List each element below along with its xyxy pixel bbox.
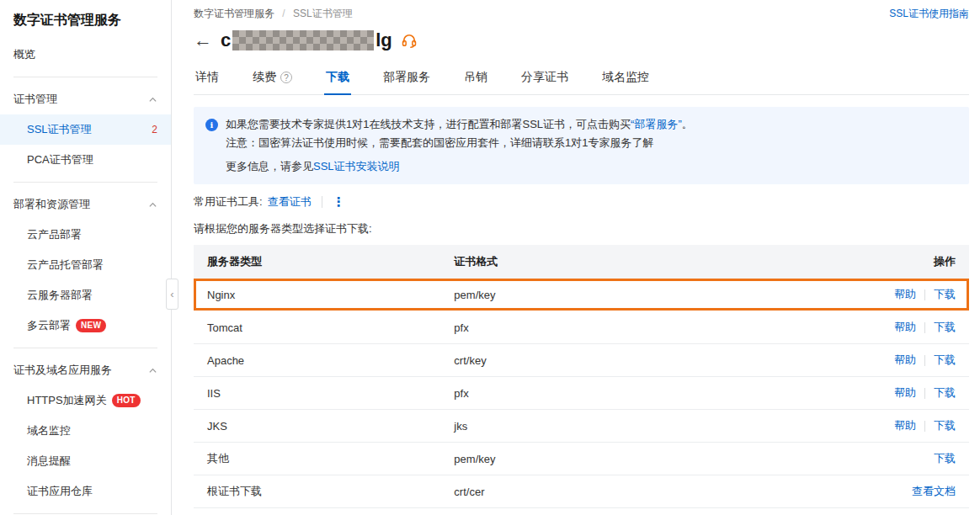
help-link[interactable]: 帮助: [894, 320, 916, 335]
sidebar-item[interactable]: [13, 348, 157, 348]
info-icon: i: [205, 119, 218, 131]
action-cell: 帮助 下载: [829, 418, 956, 433]
breadcrumb-current: SSL证书管理: [293, 8, 353, 19]
ssl-guide-link[interactable]: SSL证书使用指南: [889, 7, 969, 21]
server-type-cell: Apache: [207, 354, 454, 367]
action-divider: [924, 322, 925, 333]
view-doc-link[interactable]: 查看文档: [912, 484, 956, 499]
sidebar-item-label: SSL证书管理: [27, 122, 92, 137]
more-tools-icon[interactable]: ⋮: [333, 196, 345, 208]
table-row: Apache crt/key 帮助 下载: [194, 344, 969, 377]
action-cell: 帮助 下载: [829, 320, 956, 335]
sidebar-item[interactable]: 证书及域名应用服务: [0, 355, 171, 385]
sidebar-item[interactable]: SSL证书管理 2: [0, 114, 171, 145]
sidebar-item[interactable]: [13, 77, 157, 77]
sidebar-item[interactable]: 域名监控: [0, 416, 171, 446]
download-link[interactable]: 下载: [934, 451, 956, 466]
tab[interactable]: 分享证书: [519, 61, 570, 95]
sidebar-item-label: 证书及域名应用服务: [13, 363, 112, 378]
sidebar-collapse-button[interactable]: ‹: [166, 279, 178, 310]
download-link[interactable]: 下载: [934, 385, 956, 401]
sidebar-item[interactable]: [13, 182, 157, 183]
table-row: Nginx pem/key 帮助 下载: [194, 279, 969, 311]
sidebar-item-label: 消息提醒: [27, 454, 71, 469]
server-type-cell: Nginx: [207, 289, 454, 301]
download-table: 服务器类型 证书格式 操作 Nginx pem/key 帮助 下载: [194, 245, 969, 508]
tab[interactable]: 吊销: [462, 61, 489, 95]
col-action: 操作: [829, 254, 956, 269]
sidebar-item-label: 云产品部署: [27, 227, 82, 242]
tab[interactable]: 续费 ?: [251, 61, 294, 95]
col-server-type: 服务器类型: [207, 254, 454, 269]
tab[interactable]: 域名监控: [600, 61, 651, 95]
sidebar-item-label: 云服务器部署: [27, 288, 93, 303]
server-type-cell: IIS: [207, 387, 454, 400]
help-icon[interactable]: ?: [280, 72, 292, 83]
action-divider: [924, 289, 925, 300]
install-guide-link[interactable]: SSL证书安装说明: [313, 160, 400, 173]
sidebar-item[interactable]: PCA证书管理: [0, 145, 171, 175]
col-cert-format: 证书格式: [454, 254, 829, 269]
cert-format-cell: crt/cer: [454, 486, 829, 498]
help-link[interactable]: 帮助: [894, 287, 916, 302]
support-headset-icon[interactable]: [401, 32, 418, 49]
table-row: Tomcat pfx 帮助 下载: [194, 311, 969, 344]
table-body: Nginx pem/key 帮助 下载 Tomcat pfx 帮助: [194, 279, 969, 508]
sidebar-item-label: 证书管理: [13, 92, 57, 107]
sidebar-item[interactable]: HTTPS加速网关 HOT: [0, 385, 171, 416]
sidebar-item[interactable]: 证书管理: [0, 84, 171, 114]
sidebar-item[interactable]: 云产品部署: [0, 220, 171, 250]
sidebar-item[interactable]: 部署和资源管理: [0, 189, 171, 220]
sidebar-item-label: HTTPS加速网关: [27, 393, 107, 408]
tab-bar: 详情 续费 ? 下载 部署服务 吊销 分享: [194, 61, 969, 95]
status-badge: HOT: [112, 394, 141, 407]
back-arrow-icon[interactable]: ←: [194, 29, 212, 51]
table-row: JKS jks 帮助 下载: [194, 410, 969, 443]
action-divider: [924, 355, 925, 366]
help-link[interactable]: 帮助: [894, 385, 916, 401]
chevron-up-icon: [148, 95, 157, 104]
tab-label: 部署服务: [383, 70, 430, 85]
tab[interactable]: 下载: [324, 61, 351, 95]
sidebar-item[interactable]: [13, 513, 157, 514]
tab-label: 下载: [326, 70, 349, 85]
chevron-up-icon: [148, 200, 157, 210]
help-link[interactable]: 帮助: [894, 418, 916, 433]
tab-label: 续费: [253, 70, 276, 85]
info-alert: i 如果您需要技术专家提供1对1在线技术支持，进行配置和部署SSL证书，可点击购…: [194, 107, 969, 184]
alert-line-1: 如果您需要技术专家提供1对1在线技术支持，进行配置和部署SSL证书，可点击购买“…: [226, 115, 693, 134]
deploy-service-link[interactable]: “部署服务”: [631, 118, 682, 130]
sidebar-item[interactable]: 消息提醒: [0, 446, 171, 476]
tab-label: 吊销: [464, 70, 487, 85]
collapse-chevron-icon: ‹: [170, 288, 173, 300]
server-type-cell: 其他: [207, 451, 454, 466]
server-type-cell: JKS: [207, 420, 454, 433]
download-link[interactable]: 下载: [934, 320, 956, 335]
tab[interactable]: 部署服务: [381, 61, 432, 95]
sidebar-item[interactable]: 云产品托管部署: [0, 250, 171, 280]
page-title: clg: [221, 29, 392, 51]
title-row: ← clg: [194, 29, 969, 51]
chevron-up-icon: [148, 366, 157, 375]
action-divider: [924, 388, 925, 399]
main-content: 数字证书管理服务 / SSL证书管理 SSL证书使用指南 ← clg 详情: [172, 0, 980, 515]
sidebar-item[interactable]: 多云部署 NEW: [0, 311, 171, 341]
sidebar-title: 数字证书管理服务: [0, 0, 171, 40]
sidebar-item[interactable]: 证书应用仓库: [0, 476, 171, 507]
cert-name-prefix: c: [221, 29, 231, 51]
download-link[interactable]: 下载: [934, 353, 956, 368]
tab[interactable]: 详情: [194, 61, 221, 95]
breadcrumb-root[interactable]: 数字证书管理服务: [194, 8, 274, 19]
sidebar-item-label: 部署和资源管理: [13, 197, 90, 212]
cert-format-cell: pfx: [454, 387, 829, 400]
download-link[interactable]: 下载: [934, 287, 956, 302]
view-cert-link[interactable]: 查看证书: [268, 194, 312, 210]
cert-count: 2: [152, 122, 157, 137]
sidebar-item[interactable]: 概览: [0, 40, 171, 70]
sidebar-item[interactable]: 云服务器部署: [0, 280, 171, 311]
cert-format-cell: pfx: [454, 321, 829, 334]
download-link[interactable]: 下载: [934, 418, 956, 433]
help-link[interactable]: 帮助: [894, 353, 916, 368]
sidebar-item-label: 域名监控: [27, 423, 71, 438]
cert-tools-label: 常用证书工具:: [194, 194, 263, 210]
